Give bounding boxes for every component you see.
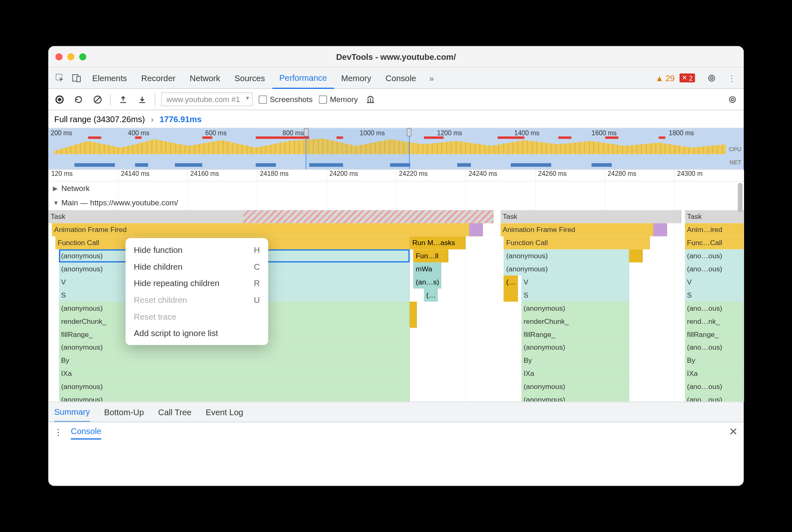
flame-bar[interactable]: (anonymous)	[504, 249, 629, 262]
flame-bar[interactable]: Function Call	[504, 236, 650, 250]
chevron-right-icon: ›	[151, 114, 154, 124]
tab-elements[interactable]: Elements	[85, 67, 134, 89]
flame-bar[interactable]: (ano…ous)	[685, 341, 744, 354]
flame-bar[interactable]	[629, 249, 643, 262]
flame-bar-longtask[interactable]	[243, 210, 494, 223]
flame-bar[interactable]: fillRange_	[521, 328, 629, 341]
flame-bar[interactable]: (ano…ous)	[685, 249, 744, 262]
flame-bar[interactable]: IXa	[521, 367, 629, 380]
net-label: NET	[729, 159, 741, 166]
flame-bar-task[interactable]: Task	[685, 210, 744, 223]
gear-icon[interactable]	[703, 70, 720, 86]
flame-bar[interactable]: (an…s)	[413, 275, 441, 289]
upload-icon[interactable]	[117, 93, 130, 106]
flame-bar[interactable]: (anonymous)	[521, 380, 629, 393]
tab-call-tree[interactable]: Call Tree	[158, 402, 191, 422]
flame-bar[interactable]: (anonymous)	[521, 302, 629, 315]
flame-bar-task[interactable]: Task	[500, 210, 681, 223]
flame-bar[interactable]: (anonymous)	[521, 341, 629, 354]
drawer-console-tab[interactable]: Console	[71, 426, 101, 439]
flame-bar[interactable]: (anonymous)	[521, 393, 629, 401]
flame-bar[interactable]: (anonymous)	[59, 380, 410, 393]
clear-button[interactable]	[91, 93, 104, 106]
perf-settings-icon[interactable]	[726, 93, 739, 106]
errors-badge[interactable]: ✕2	[679, 73, 695, 82]
flame-bar[interactable]: Func…Call	[685, 236, 744, 250]
flame-row: Task Task Task	[48, 210, 744, 223]
flame-bar[interactable]: fillRange_	[685, 328, 744, 341]
flame-bar[interactable]: renderChunk_	[521, 315, 629, 328]
flame-bar[interactable]	[469, 223, 483, 236]
drawer-kebab-icon[interactable]: ⋮	[54, 427, 62, 436]
svg-rect-2	[77, 76, 80, 82]
tab-memory[interactable]: Memory	[334, 67, 378, 89]
reload-button[interactable]	[72, 93, 85, 106]
flame-bar[interactable]: (ano…ous)	[685, 302, 744, 315]
kebab-icon[interactable]: ⋮	[724, 70, 740, 86]
scrollbar-thumb[interactable]	[738, 183, 743, 213]
main-row[interactable]: ▼ Main — https://www.youtube.com/	[48, 196, 744, 210]
flame-bar[interactable]	[410, 302, 417, 315]
flame-bar[interactable]: (anonymous)	[59, 393, 410, 401]
flame-bar[interactable]: (ano…ous)	[685, 393, 744, 401]
flame-bar[interactable]	[504, 289, 518, 302]
ctx-hide-function[interactable]: Hide functionH	[125, 242, 268, 259]
flame-bar[interactable]: IXa	[59, 367, 410, 380]
tab-sources[interactable]: Sources	[228, 67, 272, 89]
tab-summary[interactable]: Summary	[54, 402, 90, 422]
flame-bar[interactable]: S	[521, 289, 629, 302]
tab-performance[interactable]: Performance	[272, 67, 334, 89]
flame-bar[interactable]: mWa	[413, 262, 441, 275]
ctx-hide-children[interactable]: Hide childrenC	[125, 258, 268, 275]
device-icon[interactable]	[68, 70, 85, 86]
tab-recorder[interactable]: Recorder	[134, 67, 182, 89]
chevron-right-icon[interactable]: ▶	[53, 182, 58, 196]
screenshots-checkbox[interactable]: Screenshots	[258, 95, 312, 104]
flame-bar[interactable]: V	[685, 275, 744, 289]
flame-bar[interactable]: Fun…ll	[413, 249, 448, 262]
flame-bar[interactable]: (…	[424, 289, 438, 302]
flame-bar[interactable]	[410, 315, 417, 328]
inspect-icon[interactable]	[52, 70, 68, 86]
flame-bar[interactable]: (ano…ous)	[685, 380, 744, 393]
garbage-icon[interactable]	[364, 93, 377, 106]
overview-selection[interactable]	[305, 128, 410, 169]
flame-bar[interactable]: rend…nk_	[685, 315, 744, 328]
flame-bar[interactable]: By	[59, 354, 410, 367]
flame-bar[interactable]: Animation Frame Fired	[52, 223, 483, 236]
flame-bar[interactable]	[653, 223, 667, 236]
flame-bar[interactable]: (anonymous)	[504, 262, 629, 275]
recording-select[interactable]: www.youtube.com #1	[161, 93, 253, 106]
tab-event-log[interactable]: Event Log	[206, 402, 243, 422]
tab-bottom-up[interactable]: Bottom-Up	[104, 402, 144, 422]
record-button[interactable]	[53, 93, 66, 106]
flame-bar[interactable]: Animation Frame Fired	[500, 223, 653, 236]
flame-bar[interactable]: Anim…ired	[685, 223, 744, 236]
warnings-badge[interactable]: ▲29	[655, 73, 675, 82]
tab-network[interactable]: Network	[182, 67, 227, 89]
flame-bar[interactable]: Run M…asks	[410, 236, 466, 250]
network-row[interactable]: ▶ Network	[48, 182, 744, 196]
close-icon[interactable]: ✕	[729, 425, 738, 438]
flame-bar[interactable]: V	[521, 275, 629, 289]
flame-bar[interactable]: S	[685, 289, 744, 302]
download-icon[interactable]	[136, 93, 149, 106]
console-drawer: ⋮ Console ✕	[48, 422, 744, 441]
timeline-ruler: 120 ms24140 ms24160 ms 24180 ms24200 ms2…	[48, 170, 744, 182]
flame-bar[interactable]: (ano…ous)	[685, 262, 744, 275]
memory-checkbox[interactable]: Memory	[319, 95, 358, 104]
flame-bar[interactable]: IXa	[685, 367, 744, 380]
selection-handle-right[interactable]	[407, 128, 412, 136]
flame-bar[interactable]: (…	[504, 275, 518, 289]
chevron-down-icon[interactable]: ▼	[53, 196, 59, 210]
breadcrumb-full[interactable]: Full range (34307.26ms)	[54, 114, 145, 124]
flame-bar[interactable]: By	[521, 354, 629, 367]
breadcrumb-selected[interactable]: 1776.91ms	[159, 114, 202, 124]
ctx-add-ignore[interactable]: Add script to ignore list	[125, 325, 268, 342]
selection-handle-left[interactable]	[304, 128, 309, 136]
flame-bar[interactable]: By	[685, 354, 744, 367]
timeline-overview[interactable]: 200 ms400 ms600 ms 800 ms1000 ms1200 ms …	[48, 128, 744, 170]
tab-console[interactable]: Console	[378, 67, 423, 89]
ctx-hide-repeating[interactable]: Hide repeating childrenR	[125, 275, 268, 292]
more-tabs-icon[interactable]: »	[423, 70, 440, 86]
